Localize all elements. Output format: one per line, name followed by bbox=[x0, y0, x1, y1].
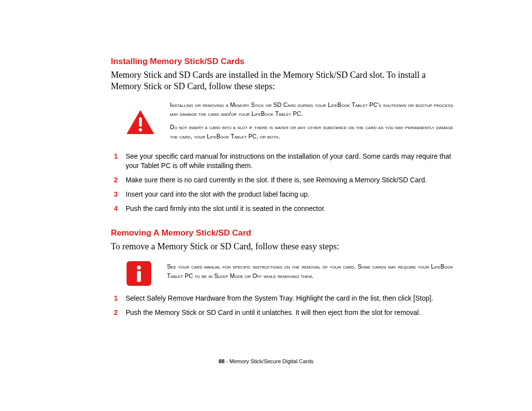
svg-rect-0 bbox=[139, 118, 142, 127]
warning-para-2: Do not insert a card into a slot if ther… bbox=[170, 123, 453, 141]
step-text: Select Safely Remove Hardware from the S… bbox=[126, 294, 433, 303]
remove-steps: 1Select Safely Remove Hardware from the … bbox=[111, 294, 453, 317]
page-content: Installing Memory Stick/SD Cards Memory … bbox=[0, 0, 532, 317]
intro-removing: To remove a Memory Stick or SD Card, fol… bbox=[111, 241, 453, 252]
heading-removing: Removing A Memory Stick/SD Card bbox=[111, 228, 453, 238]
step-text: See your specific card manual for instru… bbox=[126, 152, 453, 171]
step-item: 4Push the card firmly into the slot unti… bbox=[111, 204, 453, 213]
step-item: 2Make sure there is no card currently in… bbox=[111, 175, 453, 185]
svg-point-1 bbox=[139, 129, 142, 132]
footer-title: Memory Stick/Secure Digital Cards bbox=[230, 358, 314, 364]
info-text: See your card manual for specific instru… bbox=[167, 262, 453, 284]
step-number: 4 bbox=[111, 204, 118, 213]
page-number: 88 bbox=[219, 358, 225, 364]
step-item: 3Insert your card into the slot with the… bbox=[111, 190, 453, 199]
warning-triangle-icon bbox=[126, 109, 155, 136]
info-para-1: See your card manual for specific instru… bbox=[167, 262, 453, 280]
warning-para-1: Installing or removing a Memory Stick or… bbox=[170, 101, 453, 119]
step-number: 2 bbox=[111, 308, 118, 317]
footer-sep: - bbox=[225, 358, 230, 364]
svg-rect-4 bbox=[137, 271, 141, 282]
svg-point-3 bbox=[137, 266, 141, 270]
heading-installing: Installing Memory Stick/SD Cards bbox=[111, 57, 453, 67]
step-item: 1See your specific card manual for instr… bbox=[111, 152, 453, 171]
step-text: Make sure there is no card currently in … bbox=[126, 175, 427, 185]
step-number: 1 bbox=[111, 152, 118, 171]
page-footer: 88 - Memory Stick/Secure Digital Cards bbox=[0, 358, 532, 364]
step-text: Push the card firmly into the slot until… bbox=[126, 204, 326, 213]
warning-notice: Installing or removing a Memory Stick or… bbox=[126, 101, 453, 145]
intro-installing: Memory Stick and SD Cards are installed … bbox=[111, 69, 453, 93]
step-item: 2Push the Memory Stick or SD Card in unt… bbox=[111, 308, 453, 317]
install-steps: 1See your specific card manual for instr… bbox=[111, 152, 453, 213]
step-text: Push the Memory Stick or SD Card in unti… bbox=[126, 308, 421, 317]
info-square-icon bbox=[126, 260, 152, 287]
step-text: Insert your card into the slot with the … bbox=[126, 190, 310, 199]
info-notice: See your card manual for specific instru… bbox=[126, 260, 453, 287]
step-item: 1Select Safely Remove Hardware from the … bbox=[111, 294, 453, 303]
warning-text: Installing or removing a Memory Stick or… bbox=[170, 101, 453, 145]
step-number: 3 bbox=[111, 190, 118, 199]
step-number: 1 bbox=[111, 294, 118, 303]
step-number: 2 bbox=[111, 175, 118, 185]
